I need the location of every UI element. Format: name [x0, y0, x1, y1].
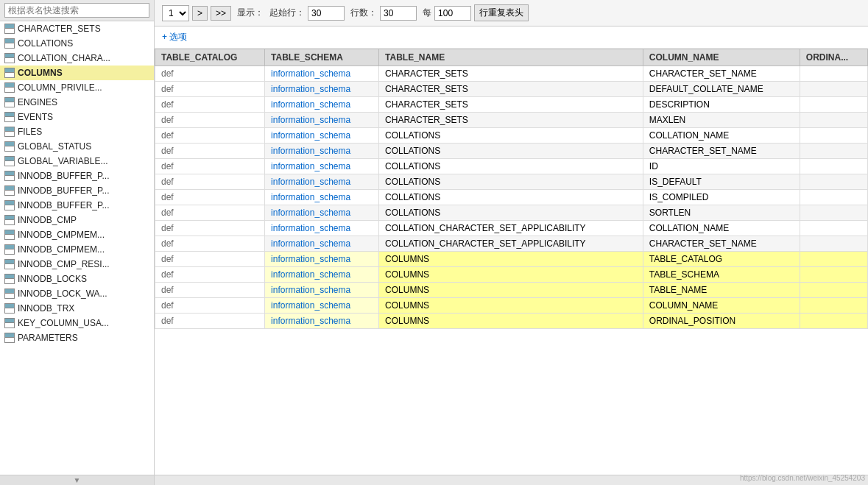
- sidebar-item[interactable]: INNODB_BUFFER_P...: [0, 198, 154, 213]
- sidebar-item-label: INNODB_CMPMEM...: [18, 244, 105, 255]
- sidebar-item-label: EVENTS: [18, 112, 53, 122]
- td-catalog: def: [155, 205, 265, 221]
- options-bar: + 选项: [155, 26, 868, 49]
- options-link[interactable]: + 选项: [162, 32, 187, 42]
- td-schema: information_schema: [265, 283, 379, 298]
- table-icon: [4, 333, 15, 343]
- table-icon: [4, 53, 15, 63]
- table-icon: [4, 259, 15, 269]
- table-row: definformation_schemaCOLUMNSCOLUMN_NAME: [155, 298, 868, 314]
- fast-next-btn[interactable]: >>: [211, 6, 231, 21]
- sidebar-item-label: COLUMNS: [18, 68, 63, 78]
- sidebar-item[interactable]: INNODB_CMPMEM...: [0, 227, 154, 242]
- column-header-column_name[interactable]: COLUMN_NAME: [643, 49, 800, 66]
- sidebar-item[interactable]: FILES: [0, 124, 154, 139]
- sidebar-item-label: KEY_COLUMN_USA...: [18, 318, 109, 328]
- td-catalog: def: [155, 236, 265, 252]
- sidebar-item[interactable]: COLUMNS: [0, 66, 154, 80]
- sidebar-item[interactable]: GLOBAL_STATUS: [0, 139, 154, 154]
- table-icon: [4, 24, 15, 34]
- column-header-table_name[interactable]: TABLE_NAME: [379, 49, 643, 66]
- table-row: definformation_schemaCOLLATIONSCOLLATION…: [155, 128, 868, 144]
- td-schema: information_schema: [265, 205, 379, 221]
- table-icon: [4, 215, 15, 225]
- table-icon: [4, 68, 15, 78]
- td-tablename: COLLATIONS: [379, 159, 643, 174]
- td-colname: DEFAULT_COLLATE_NAME: [643, 82, 800, 97]
- sidebar-item[interactable]: INNODB_CMP: [0, 213, 154, 227]
- sidebar-item[interactable]: EVENTS: [0, 110, 154, 124]
- td-ordinal: [800, 97, 867, 113]
- table-row: definformation_schemaCOLLATIONSSORTLEN: [155, 205, 868, 221]
- rows-input[interactable]: [380, 6, 417, 21]
- td-tablename: CHARACTER_SETS: [379, 97, 643, 113]
- sidebar-item[interactable]: INNODB_LOCKS: [0, 272, 154, 286]
- sidebar-item[interactable]: INNODB_TRX: [0, 301, 154, 316]
- table-row: definformation_schemaCOLUMNSORDINAL_POSI…: [155, 314, 868, 329]
- sidebar-item[interactable]: INNODB_BUFFER_P...: [0, 169, 154, 183]
- td-tablename: COLUMNS: [379, 298, 643, 314]
- column-header-table_schema[interactable]: TABLE_SCHEMA: [265, 49, 379, 66]
- sidebar-item-label: INNODB_BUFFER_P...: [18, 185, 109, 196]
- sidebar-item-label: COLLATIONS: [18, 38, 73, 49]
- td-catalog: def: [155, 283, 265, 298]
- table-row: definformation_schemaCOLLATIONSID: [155, 159, 868, 174]
- td-tablename: COLLATIONS: [379, 205, 643, 221]
- sidebar-item-label: ENGINES: [18, 97, 57, 107]
- sidebar-item[interactable]: KEY_COLUMN_USA...: [0, 316, 154, 330]
- sidebar-item-label: GLOBAL_STATUS: [18, 141, 91, 152]
- td-ordinal: [800, 205, 867, 221]
- sidebar-item-label: COLLATION_CHARA...: [18, 53, 110, 63]
- bottom-scrollbar[interactable]: [155, 475, 868, 485]
- sidebar-item[interactable]: INNODB_LOCK_WA...: [0, 286, 154, 301]
- sidebar-item[interactable]: INNODB_CMPMEM...: [0, 242, 154, 257]
- table-row: definformation_schemaCHARACTER_SETSDESCR…: [155, 97, 868, 113]
- main-panel: 1 > >> 显示： 起始行： 行数： 每 行重复表头 + 选项 TABLE_C…: [155, 0, 868, 485]
- td-ordinal: [800, 144, 867, 159]
- start-input[interactable]: [308, 6, 345, 21]
- sidebar-item-label: COLUMN_PRIVILE...: [18, 82, 102, 93]
- sidebar-item[interactable]: CHARACTER_SETS: [0, 21, 154, 36]
- sidebar-item[interactable]: COLLATION_CHARA...: [0, 51, 154, 66]
- table-icon: [4, 230, 15, 240]
- sidebar-item-label: INNODB_CMPMEM...: [18, 230, 105, 240]
- sidebar-item-label: INNODB_LOCK_WA...: [18, 288, 107, 299]
- sidebar-item[interactable]: PARAMETERS: [0, 330, 154, 345]
- start-label: 起始行：: [269, 7, 305, 19]
- td-catalog: def: [155, 174, 265, 190]
- sidebar-item[interactable]: ENGINES: [0, 95, 154, 110]
- sidebar-item[interactable]: INNODB_BUFFER_P...: [0, 183, 154, 198]
- td-catalog: def: [155, 298, 265, 314]
- sidebar-item-label: CHARACTER_SETS: [18, 24, 101, 34]
- sidebar-search-input[interactable]: [4, 3, 149, 18]
- td-ordinal: [800, 113, 867, 128]
- td-colname: DESCRIPTION: [643, 97, 800, 113]
- sidebar-item-label: FILES: [18, 127, 42, 137]
- td-schema: information_schema: [265, 97, 379, 113]
- column-header-table_catalog[interactable]: TABLE_CATALOG: [155, 49, 265, 66]
- repeat-header-btn[interactable]: 行重复表头: [474, 4, 529, 21]
- sidebar-scrollbar[interactable]: ▼: [0, 475, 154, 485]
- td-catalog: def: [155, 113, 265, 128]
- sidebar-item[interactable]: COLUMN_PRIVILE...: [0, 80, 154, 95]
- td-schema: information_schema: [265, 314, 379, 329]
- next-btn[interactable]: >: [192, 6, 208, 21]
- td-catalog: def: [155, 128, 265, 144]
- sidebar-item-label: INNODB_CMP: [18, 215, 77, 225]
- table-icon: [4, 38, 15, 49]
- td-ordinal: [800, 174, 867, 190]
- table-row: definformation_schemaCHARACTER_SETSMAXLE…: [155, 113, 868, 128]
- column-header-ordinal[interactable]: ORDINA...: [800, 49, 867, 66]
- td-colname: COLLATION_NAME: [643, 128, 800, 144]
- td-ordinal: [800, 252, 867, 267]
- td-tablename: COLLATIONS: [379, 144, 643, 159]
- sidebar-item[interactable]: COLLATIONS: [0, 36, 154, 51]
- page-select[interactable]: 1: [162, 5, 189, 21]
- sidebar-item-label: INNODB_TRX: [18, 303, 74, 314]
- td-schema: information_schema: [265, 82, 379, 97]
- sidebar-item[interactable]: INNODB_CMP_RESI...: [0, 257, 154, 272]
- td-catalog: def: [155, 221, 265, 236]
- sidebar-item[interactable]: GLOBAL_VARIABLE...: [0, 154, 154, 169]
- per-input[interactable]: [434, 6, 471, 21]
- td-colname: CHARACTER_SET_NAME: [643, 236, 800, 252]
